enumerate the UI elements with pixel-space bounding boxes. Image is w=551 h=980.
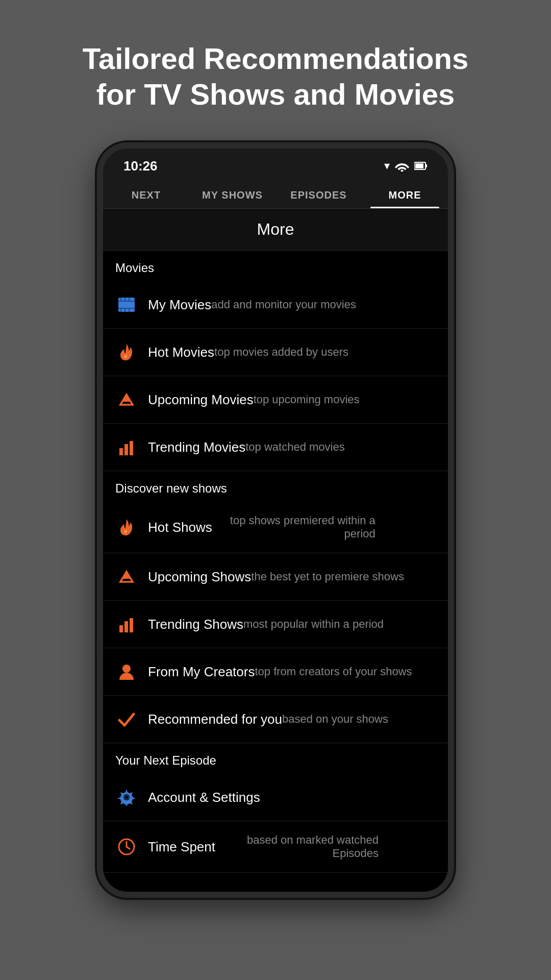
wifi-icon: ▾ [384, 159, 390, 173]
menu-label-hot-movies: Hot Movies [148, 345, 214, 360]
phone-frame: 10:26 ▾ NEXT MY SHOWS EPISODES MORE More… [97, 142, 454, 898]
checkmark-icon [115, 708, 138, 730]
svg-rect-2 [415, 163, 423, 168]
menu-label-from-my-creators: From My Creators [148, 664, 255, 680]
status-time: 10:26 [123, 158, 158, 174]
svg-rect-11 [124, 309, 126, 312]
menu-label-my-movies: My Movies [148, 297, 211, 313]
trending-icon-shows [115, 613, 138, 635]
tab-episodes[interactable]: EPISODES [276, 179, 362, 208]
svg-rect-12 [129, 309, 130, 312]
menu-desc-time-spent: based on marked watched Episodes [215, 834, 379, 860]
menu-desc-upcoming-movies: top upcoming movies [254, 393, 360, 406]
tab-next[interactable]: NEXT [103, 179, 189, 208]
section-header-discover: Discover new shows [103, 471, 448, 502]
svg-rect-10 [120, 309, 121, 312]
menu-desc-my-movies: add and monitor your movies [211, 298, 356, 311]
menu-label-account-settings: Account & Settings [148, 790, 260, 805]
upcoming-icon-shows [115, 566, 138, 588]
menu-item-trending-shows[interactable]: Trending Shows most popular within a per… [103, 601, 448, 648]
svg-rect-15 [130, 441, 133, 455]
tab-more[interactable]: MORE [362, 179, 448, 208]
menu-item-from-my-creators[interactable]: From My Creators top from creators of yo… [103, 648, 448, 696]
svg-rect-5 [118, 301, 135, 302]
menu-desc-hot-shows: top shows premiered within a period [212, 514, 375, 541]
menu-desc-hot-movies: top movies added by users [214, 346, 348, 359]
menu-item-upcoming-shows[interactable]: Upcoming Shows the best yet to premiere … [103, 553, 448, 601]
svg-rect-16 [119, 625, 123, 632]
menu-desc-trending-movies: top watched movies [245, 440, 344, 454]
menu-label-time-spent: Time Spent [148, 839, 215, 855]
menu-desc-recommended: based on your shows [282, 713, 388, 726]
section-header-movies: Movies [103, 251, 448, 281]
menu-item-recommended[interactable]: Recommended for you based on your shows [103, 696, 448, 743]
menu-item-upcoming-movies[interactable]: Upcoming Movies top upcoming movies [103, 376, 448, 424]
clock-icon [115, 836, 138, 858]
svg-point-19 [122, 665, 131, 673]
menu-label-upcoming-movies: Upcoming Movies [148, 392, 254, 408]
menu-label-trending-movies: Trending Movies [148, 439, 245, 455]
menu-desc-upcoming-shows: the best yet to premiere shows [251, 570, 404, 583]
svg-rect-14 [124, 444, 128, 455]
menu-item-hot-movies[interactable]: Hot Movies top movies added by users [103, 329, 448, 376]
menu-label-recommended: Recommended for you [148, 712, 282, 727]
wifi-signal-icon [395, 160, 409, 172]
status-bar: 10:26 ▾ [103, 149, 448, 179]
menu-item-hot-shows[interactable]: Hot Shows top shows premiered within a p… [103, 502, 448, 553]
svg-rect-3 [425, 164, 427, 167]
menu-item-account-settings[interactable]: Account & Settings [103, 774, 448, 821]
svg-rect-13 [119, 448, 123, 455]
person-icon [115, 660, 138, 683]
svg-rect-6 [118, 308, 135, 309]
menu-label-hot-shows: Hot Shows [148, 520, 212, 535]
gear-icon [115, 786, 138, 808]
tab-my-shows[interactable]: MY SHOWS [189, 179, 276, 208]
status-icons: ▾ [384, 159, 428, 173]
upcoming-icon-movies [115, 388, 138, 411]
svg-point-0 [401, 170, 404, 172]
svg-rect-8 [124, 298, 126, 301]
content-area: More Movies My Movies add and monitor yo… [103, 209, 448, 898]
battery-icon [414, 161, 428, 171]
menu-item-time-spent[interactable]: Time Spent based on marked watched Episo… [103, 821, 448, 873]
content-header: More [103, 209, 448, 251]
tab-bar: NEXT MY SHOWS EPISODES MORE [103, 179, 448, 209]
svg-rect-17 [124, 621, 128, 632]
menu-desc-from-my-creators: top from creators of your shows [255, 665, 412, 678]
svg-line-25 [127, 847, 130, 849]
svg-rect-18 [130, 618, 133, 632]
page-title: Tailored Recommendations for TV Shows an… [52, 0, 499, 142]
film-icon [115, 293, 138, 316]
menu-label-upcoming-shows: Upcoming Shows [148, 569, 251, 585]
svg-rect-9 [129, 298, 130, 301]
fire-icon-hot-movies [115, 341, 138, 363]
svg-rect-7 [120, 298, 121, 301]
menu-desc-trending-shows: most popular within a period [243, 618, 384, 631]
fire-icon-hot-shows [115, 516, 138, 538]
menu-label-trending-shows: Trending Shows [148, 617, 243, 632]
menu-item-my-movies[interactable]: My Movies add and monitor your movies [103, 281, 448, 329]
trending-icon-movies [115, 436, 138, 458]
section-header-next-episode: Your Next Episode [103, 743, 448, 774]
menu-item-trending-movies[interactable]: Trending Movies top watched movies [103, 424, 448, 471]
